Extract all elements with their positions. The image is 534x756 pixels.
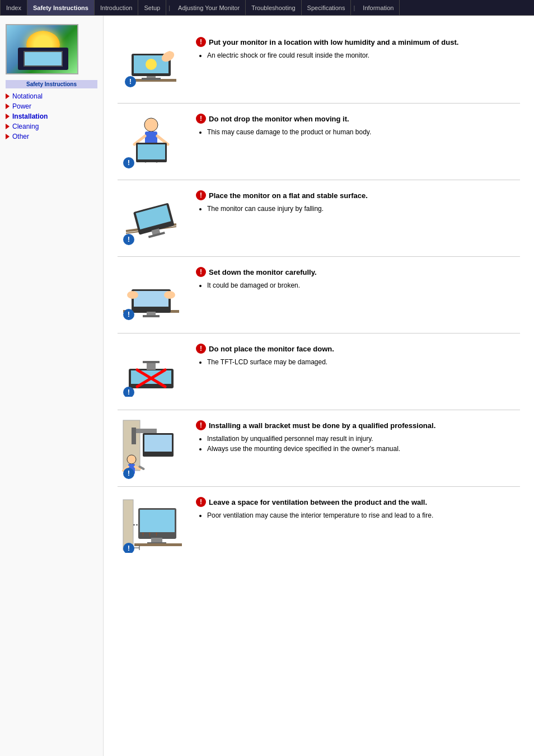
instruction-bullets-7: Poor ventilation may cause the interior … — [196, 511, 520, 519]
sidebar-item-installation[interactable]: Installation — [6, 111, 97, 121]
nav-troubleshooting[interactable]: Troubleshooting — [246, 0, 301, 15]
instruction-text-3: ! Place the monitor on a flat and stable… — [196, 190, 520, 215]
sidebar-nav: Notational Power Installation Cleaning O… — [6, 91, 97, 142]
instruction-bullets-4: It could be damaged or broken. — [196, 281, 520, 289]
instruction-bullet-5-1: The TFT-LCD surface may be damaged. — [207, 358, 520, 366]
instruction-bullets-3: The monitor can cause injury by falling. — [196, 205, 520, 213]
instruction-text-4: ! Set down the monitor carefully. It cou… — [196, 267, 520, 292]
sidebar-link-notational[interactable]: Notational — [12, 92, 43, 100]
svg-text:!: ! — [128, 310, 130, 318]
arrow-cleaning-icon — [6, 124, 10, 129]
instruction-image-5: ! — [118, 344, 185, 400]
nav-introduction[interactable]: Introduction — [95, 0, 138, 15]
svg-rect-39 — [147, 362, 156, 370]
nav-setup[interactable]: Setup — [138, 0, 166, 15]
caution-icon-2: ! — [196, 114, 206, 124]
sidebar-link-power[interactable]: Power — [12, 102, 31, 110]
instruction-bullet-1-1: An electric shock or fire could result i… — [207, 51, 520, 59]
illus-drop-monitor: ! — [120, 114, 182, 170]
sidebar-logo-label: Safety Instructions — [6, 80, 97, 88]
svg-point-5 — [146, 59, 157, 70]
svg-text:!: ! — [128, 235, 130, 243]
instruction-text-1: ! Put your monitor in a location with lo… — [196, 37, 520, 62]
instruction-image-1: ! — [118, 37, 185, 93]
sidebar-item-power[interactable]: Power — [6, 101, 97, 111]
instruction-bullet-4-1: It could be damaged or broken. — [207, 281, 520, 289]
instruction-text-5: ! Do not place the monitor face down. Th… — [196, 344, 520, 368]
caution-icon-3: ! — [196, 190, 206, 200]
instruction-item-3: ! ! Place the monitor on a flat and stab… — [118, 180, 520, 257]
nav-sep-2: | — [351, 0, 357, 15]
sidebar-link-cleaning[interactable]: Cleaning — [12, 123, 39, 130]
instruction-text-7: ! Leave a space for ventilation between … — [196, 497, 520, 522]
instruction-bullets-1: An electric shock or fire could result i… — [196, 51, 520, 59]
svg-point-34 — [164, 291, 175, 299]
instruction-heading-1: ! Put your monitor in a location with lo… — [196, 37, 520, 47]
instruction-item-6: ! ! Installing a wall bracket must be do… — [118, 410, 520, 487]
instruction-heading-text-3: Place the monitor on a flat and stable s… — [209, 191, 368, 200]
instruction-item-7: ↑ ↑ ↑ ! ! Leave a space for ventilation … — [118, 487, 520, 563]
content-area: ! ! Put your monitor in a location with … — [104, 16, 534, 756]
arrow-other-icon — [6, 134, 10, 139]
sidebar-item-other[interactable]: Other — [6, 132, 97, 142]
nav-information[interactable]: Information — [357, 0, 400, 15]
instruction-image-7: ↑ ↑ ↑ ! — [118, 497, 185, 553]
sidebar-item-notational[interactable]: Notational — [6, 91, 97, 101]
instruction-heading-4: ! Set down the monitor carefully. — [196, 267, 520, 277]
instruction-image-6: ! — [118, 420, 185, 476]
instruction-heading-6: ! Installing a wall bracket must be done… — [196, 420, 520, 430]
svg-rect-40 — [143, 361, 160, 363]
instruction-image-3: ! — [118, 190, 185, 246]
nav-bar: Index Safety Instructions Introduction S… — [0, 0, 534, 16]
nav-specifications[interactable]: Specifications — [302, 0, 352, 15]
instruction-bullet-7-1: Poor ventilation may cause the interior … — [207, 511, 520, 519]
instruction-bullet-3-1: The monitor can cause injury by falling. — [207, 205, 520, 213]
sidebar-link-installation[interactable]: Installation — [12, 112, 48, 120]
instruction-heading-text-6: Installing a wall bracket must be done b… — [209, 421, 435, 430]
instruction-heading-text-7: Leave a space for ventilation between th… — [209, 498, 427, 506]
svg-text:!: ! — [128, 158, 130, 167]
svg-text:!: ! — [129, 77, 132, 86]
svg-rect-57 — [123, 500, 133, 550]
illus-stable-surface: ! — [120, 192, 182, 245]
sidebar-link-other[interactable]: Other — [12, 133, 29, 140]
svg-rect-17 — [138, 144, 165, 159]
instruction-heading-text-2: Do not drop the monitor when moving it. — [209, 115, 349, 123]
svg-text:↑: ↑ — [142, 531, 144, 537]
instruction-heading-7: ! Leave a space for ventilation between … — [196, 497, 520, 507]
svg-point-33 — [127, 291, 138, 299]
sidebar-item-cleaning[interactable]: Cleaning — [6, 121, 97, 132]
svg-text:!: ! — [128, 469, 130, 477]
instruction-bullets-2: This may cause damage to the product or … — [196, 128, 520, 136]
instruction-bullet-6-1: Installation by unqualified personnel ma… — [207, 435, 520, 443]
illus-wall-bracket: ! — [120, 417, 182, 479]
nav-sep-1: | — [166, 0, 172, 15]
nav-index[interactable]: Index — [0, 0, 27, 15]
arrow-installation-icon — [6, 114, 10, 119]
instruction-item-4: ! ! Set down the monitor carefully. It c… — [118, 257, 520, 334]
instruction-bullets-5: The TFT-LCD surface may be damaged. — [196, 358, 520, 366]
svg-text:↑: ↑ — [148, 531, 151, 537]
instruction-image-2: ! — [118, 114, 185, 170]
svg-rect-30 — [134, 291, 168, 307]
caution-icon-6: ! — [196, 420, 206, 430]
instruction-item-2: ! ! Do not drop the monitor when moving … — [118, 104, 520, 180]
nav-safety[interactable]: Safety Instructions — [27, 0, 95, 15]
arrow-power-icon — [6, 104, 10, 109]
caution-icon-7: ! — [196, 497, 206, 507]
nav-adjusting[interactable]: Adjusting Your Monitor — [172, 0, 246, 15]
sidebar-logo — [6, 24, 78, 74]
instruction-heading-text-5: Do not place the monitor face down. — [209, 345, 334, 353]
instruction-heading-text-1: Put your monitor in a location with low … — [209, 38, 458, 46]
caution-icon-5: ! — [196, 344, 206, 354]
illus-ventilation: ↑ ↑ ↑ ! — [120, 497, 182, 553]
instruction-text-2: ! Do not drop the monitor when moving it… — [196, 114, 520, 138]
instruction-heading-text-4: Set down the monitor carefully. — [209, 268, 317, 276]
instruction-heading-2: ! Do not drop the monitor when moving it… — [196, 114, 520, 124]
svg-rect-49 — [144, 435, 172, 452]
instruction-bullets-6: Installation by unqualified personnel ma… — [196, 435, 520, 453]
svg-rect-32 — [143, 315, 160, 317]
instruction-heading-3: ! Place the monitor on a flat and stable… — [196, 190, 520, 200]
instruction-bullet-2-1: This may cause damage to the product or … — [207, 128, 520, 136]
svg-point-10 — [144, 118, 158, 132]
